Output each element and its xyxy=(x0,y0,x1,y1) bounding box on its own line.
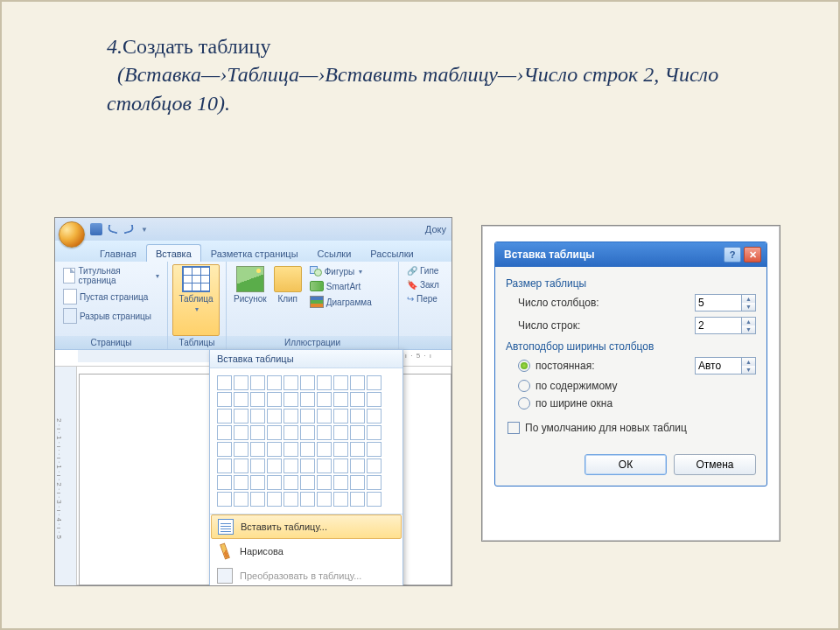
grid-cell[interactable] xyxy=(300,458,315,473)
spin-down-icon[interactable]: ▼ xyxy=(742,366,755,374)
draw-table-item[interactable]: Нарисова xyxy=(210,539,402,564)
grid-cell[interactable] xyxy=(317,475,332,490)
grid-cell[interactable] xyxy=(234,475,248,490)
grid-cell[interactable] xyxy=(250,475,265,490)
grid-cell[interactable] xyxy=(217,375,232,390)
page-break-button[interactable]: Разрыв страницы xyxy=(60,306,163,326)
opt-window-row[interactable]: по ширине окна xyxy=(506,395,756,412)
remember-checkbox[interactable] xyxy=(508,422,520,434)
grid-cell[interactable] xyxy=(234,458,248,473)
grid-cell[interactable] xyxy=(333,458,348,473)
grid-cell[interactable] xyxy=(217,458,232,473)
grid-cell[interactable] xyxy=(284,409,298,424)
grid-cell[interactable] xyxy=(300,409,315,424)
tab-layout[interactable]: Разметка страницы xyxy=(201,244,308,262)
grid-cell[interactable] xyxy=(317,492,332,507)
grid-cell[interactable] xyxy=(234,392,248,407)
grid-cell[interactable] xyxy=(217,475,232,490)
grid-cell[interactable] xyxy=(284,442,298,457)
grid-cell[interactable] xyxy=(350,458,365,473)
grid-cell[interactable] xyxy=(234,409,248,424)
grid-cell[interactable] xyxy=(300,375,315,390)
grid-cell[interactable] xyxy=(317,442,332,457)
grid-cell[interactable] xyxy=(267,409,282,424)
grid-cell[interactable] xyxy=(284,458,298,473)
table-button[interactable]: Таблица ▾ xyxy=(172,264,220,336)
grid-cell[interactable] xyxy=(250,458,265,473)
grid-cell[interactable] xyxy=(234,442,248,457)
cancel-button[interactable]: Отмена xyxy=(674,454,756,475)
blank-page-button[interactable]: Пустая страница xyxy=(60,287,163,306)
columns-input[interactable] xyxy=(695,294,742,312)
grid-cell[interactable] xyxy=(300,442,315,457)
grid-cell[interactable] xyxy=(217,492,232,507)
grid-cell[interactable] xyxy=(317,392,332,407)
grid-cell[interactable] xyxy=(317,458,332,473)
hyperlink-button[interactable]: 🔗Гипе xyxy=(403,264,447,277)
grid-cell[interactable] xyxy=(217,442,232,457)
grid-cell[interactable] xyxy=(350,425,365,440)
grid-cell[interactable] xyxy=(267,475,282,490)
help-button[interactable]: ? xyxy=(724,247,741,262)
grid-cell[interactable] xyxy=(317,409,332,424)
grid-cell[interactable] xyxy=(267,392,282,407)
grid-cell[interactable] xyxy=(267,425,282,440)
grid-cell[interactable] xyxy=(350,392,365,407)
grid-cell[interactable] xyxy=(350,375,365,390)
tab-references[interactable]: Ссылки xyxy=(308,244,361,262)
grid-cell[interactable] xyxy=(350,442,365,457)
grid-cell[interactable] xyxy=(350,475,365,490)
opt-fixed-row[interactable]: постоянная: ▲▼ xyxy=(506,354,756,377)
spin-up-icon[interactable]: ▲ xyxy=(742,295,755,303)
chart-button[interactable]: Диаграмма xyxy=(306,294,375,310)
grid-cell[interactable] xyxy=(234,375,248,390)
office-orb-button[interactable] xyxy=(59,221,85,248)
grid-cell[interactable] xyxy=(333,442,348,457)
grid-cell[interactable] xyxy=(250,425,265,440)
grid-cell[interactable] xyxy=(367,392,382,407)
insert-table-item[interactable]: Вставить таблицу... xyxy=(211,514,402,539)
grid-cell[interactable] xyxy=(267,458,282,473)
grid-cell[interactable] xyxy=(234,492,248,507)
tab-insert[interactable]: Вставка xyxy=(146,244,201,262)
grid-cell[interactable] xyxy=(250,409,265,424)
qat-dropdown-icon[interactable]: ▼ xyxy=(141,226,148,234)
grid-cell[interactable] xyxy=(217,392,232,407)
grid-cell[interactable] xyxy=(333,392,348,407)
grid-cell[interactable] xyxy=(234,425,248,440)
table-size-grid[interactable] xyxy=(210,368,402,514)
spin-up-icon[interactable]: ▲ xyxy=(742,358,755,366)
bookmark-button[interactable]: 🔖Закл xyxy=(403,278,447,291)
radio-content[interactable] xyxy=(518,380,530,392)
grid-cell[interactable] xyxy=(350,492,365,507)
undo-icon[interactable] xyxy=(107,225,119,234)
radio-window[interactable] xyxy=(518,397,530,410)
grid-cell[interactable] xyxy=(250,492,265,507)
grid-cell[interactable] xyxy=(333,475,348,490)
shapes-button[interactable]: Фигуры▾ xyxy=(306,264,375,278)
grid-cell[interactable] xyxy=(300,492,315,507)
grid-cell[interactable] xyxy=(367,475,382,490)
grid-cell[interactable] xyxy=(367,375,382,390)
clipart-button[interactable]: Клип xyxy=(271,264,304,336)
radio-fixed[interactable] xyxy=(518,360,530,372)
grid-cell[interactable] xyxy=(367,409,382,424)
grid-cell[interactable] xyxy=(284,375,298,390)
close-button[interactable]: ✕ xyxy=(744,247,761,262)
tab-mailings[interactable]: Рассылки xyxy=(360,244,423,262)
grid-cell[interactable] xyxy=(300,392,315,407)
grid-cell[interactable] xyxy=(317,375,332,390)
grid-cell[interactable] xyxy=(267,492,282,507)
crossref-button[interactable]: ↪Пере xyxy=(403,292,447,305)
grid-cell[interactable] xyxy=(367,458,382,473)
tab-home[interactable]: Главная xyxy=(90,244,146,262)
redo-icon[interactable] xyxy=(122,225,135,234)
grid-cell[interactable] xyxy=(284,392,298,407)
spin-down-icon[interactable]: ▼ xyxy=(742,303,755,311)
grid-cell[interactable] xyxy=(333,409,348,424)
grid-cell[interactable] xyxy=(350,409,365,424)
spin-up-icon[interactable]: ▲ xyxy=(742,318,755,326)
grid-cell[interactable] xyxy=(250,392,265,407)
remember-row[interactable]: По умолчанию для новых таблиц xyxy=(506,419,756,437)
fixed-width-input[interactable] xyxy=(695,357,742,374)
